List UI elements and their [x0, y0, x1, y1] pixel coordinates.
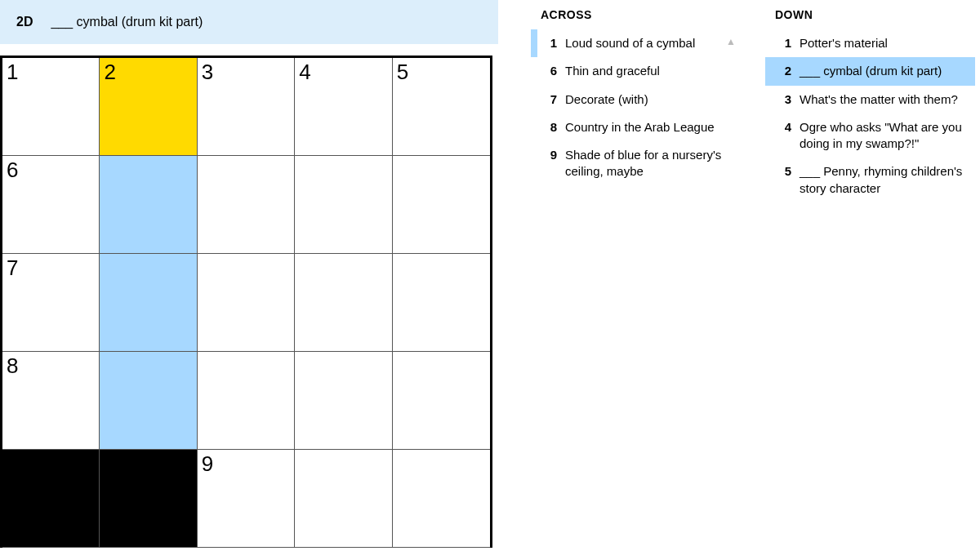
clue-item[interactable]: 7Decorate (with) [531, 86, 741, 113]
scroll-up-icon[interactable]: ▲ [726, 36, 736, 47]
clue-item[interactable]: 9Shade of blue for a nursery's ceiling, … [531, 141, 741, 186]
grid-row: 7 [2, 254, 490, 352]
grid-cell[interactable] [198, 156, 295, 254]
clue-number: 1 [772, 35, 791, 51]
clue-number: 3 [772, 91, 791, 108]
clue-item[interactable]: 6Thin and graceful [531, 57, 741, 85]
grid-cell[interactable]: 8 [2, 352, 100, 450]
clue-number: 2 [772, 63, 791, 79]
grid-row: 12345 [2, 58, 490, 156]
crossword-grid: 123456789 [0, 56, 492, 548]
down-heading: DOWN [765, 8, 975, 21]
cell-number: 6 [7, 158, 18, 183]
crossword-app: 2D ___ cymbal (drum kit part) 123456789 … [0, 0, 980, 551]
across-heading: ACROSS [531, 8, 741, 21]
clue-text: Ogre who asks "What are you doing in my … [800, 119, 970, 153]
grid-cell[interactable] [295, 156, 392, 254]
current-clue-bar[interactable]: 2D ___ cymbal (drum kit part) [0, 0, 498, 44]
grid-cell[interactable] [393, 352, 490, 450]
down-list: 1Potter's material2___ cymbal (drum kit … [765, 29, 975, 202]
grid-cell-black [2, 450, 100, 548]
clue-text: What's the matter with them? [800, 91, 970, 108]
grid-cell[interactable] [393, 450, 490, 548]
current-clue-label: 2D [16, 15, 33, 29]
cell-number: 3 [202, 60, 213, 85]
grid-cell[interactable]: 1 [2, 58, 100, 156]
cell-number: 5 [397, 60, 408, 85]
clue-text: Decorate (with) [565, 91, 736, 108]
clue-number: 8 [537, 119, 557, 136]
clue-text: Thin and graceful [565, 63, 736, 79]
grid-cell[interactable]: 7 [2, 254, 100, 352]
clue-number: 5 [772, 163, 791, 197]
grid-row: 9 [2, 450, 490, 548]
clue-text: ___ Penny, rhyming children's story char… [800, 163, 970, 197]
clue-text: Country in the Arab League [565, 119, 736, 136]
grid-cell[interactable]: 4 [295, 58, 392, 156]
clue-text: Loud sound of a cymbal [565, 35, 736, 51]
clue-number: 4 [772, 119, 791, 153]
current-clue-text: ___ cymbal (drum kit part) [51, 15, 203, 29]
grid-cell[interactable] [198, 352, 295, 450]
cell-number: 4 [299, 60, 310, 85]
clue-item[interactable]: 3What's the matter with them? [765, 86, 975, 113]
across-list: 1Loud sound of a cymbal6Thin and gracefu… [531, 29, 741, 186]
grid-cell[interactable] [198, 254, 295, 352]
clue-number: 6 [537, 63, 557, 79]
cell-number: 1 [7, 60, 18, 85]
clue-number: 7 [537, 91, 557, 108]
grid-cell[interactable] [295, 352, 392, 450]
grid-cell[interactable]: 6 [2, 156, 100, 254]
cell-number: 2 [104, 60, 115, 85]
grid-cell[interactable] [100, 352, 197, 450]
cell-number: 8 [7, 353, 18, 379]
clue-item[interactable]: 4Ogre who asks "What are you doing in my… [765, 113, 975, 158]
clue-number: 9 [537, 147, 557, 180]
grid-cell[interactable] [295, 254, 392, 352]
grid-cell[interactable] [393, 254, 490, 352]
across-column: ACROSS 1Loud sound of a cymbal6Thin and … [531, 8, 741, 551]
clue-text: ___ cymbal (drum kit part) [800, 63, 970, 79]
clue-text: Shade of blue for a nursery's ceiling, m… [565, 147, 736, 180]
grid-cell[interactable]: 2 [100, 58, 197, 156]
grid-cell[interactable] [100, 254, 197, 352]
clue-item[interactable]: 1Potter's material [765, 29, 975, 57]
clue-item[interactable]: 8Country in the Arab League [531, 113, 741, 141]
grid-cell[interactable]: 3 [198, 58, 295, 156]
grid-cell[interactable] [295, 450, 392, 548]
grid-cell[interactable]: 9 [198, 450, 295, 548]
grid-cell-black [100, 450, 197, 548]
clue-item[interactable]: 2___ cymbal (drum kit part) [765, 57, 975, 85]
down-column: DOWN 1Potter's material2___ cymbal (drum… [765, 8, 975, 551]
grid-cell[interactable] [100, 156, 197, 254]
cell-number: 9 [202, 451, 213, 477]
clue-number: 1 [537, 35, 557, 51]
left-pane: 2D ___ cymbal (drum kit part) 123456789 [0, 0, 498, 551]
grid-wrap: 123456789 [0, 44, 498, 548]
grid-row: 6 [2, 156, 490, 254]
clue-text: Potter's material [800, 35, 970, 51]
clues-pane: ACROSS 1Loud sound of a cymbal6Thin and … [498, 0, 980, 551]
grid-row: 8 [2, 352, 490, 450]
clue-item[interactable]: 1Loud sound of a cymbal [531, 29, 741, 57]
grid-cell[interactable] [393, 156, 490, 254]
cell-number: 7 [7, 256, 18, 281]
grid-cell[interactable]: 5 [393, 58, 490, 156]
clue-item[interactable]: 5___ Penny, rhyming children's story cha… [765, 158, 975, 202]
